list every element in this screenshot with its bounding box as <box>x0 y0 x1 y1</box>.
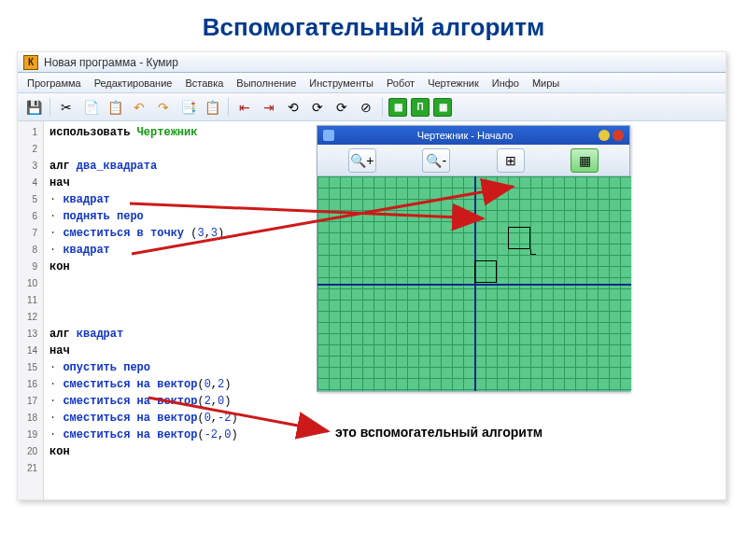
doc1-icon[interactable]: 📑 <box>177 97 198 118</box>
titlebar: К Новая программа - Кумир <box>18 52 726 73</box>
code-line[interactable]: · сместиться на вектор(0,2) <box>49 376 292 393</box>
step-in-icon[interactable]: ⇤ <box>234 97 255 118</box>
window-title: Новая программа - Кумир <box>44 56 178 69</box>
menu-run[interactable]: Выполнение <box>231 75 302 91</box>
square-2 <box>508 227 530 249</box>
work-area: 123456789101112131415161718192021 исполь… <box>18 121 726 499</box>
line-number: 10 <box>18 275 43 292</box>
code-line[interactable] <box>49 141 292 158</box>
close-icon[interactable] <box>613 130 624 141</box>
code-line[interactable]: · сместиться на вектор(0,-2) <box>49 410 292 427</box>
paste-icon[interactable]: 📋 <box>105 97 125 118</box>
redo-icon[interactable]: ↷ <box>153 97 174 118</box>
panel-title: Чертежник - Начало <box>334 130 596 141</box>
code-line[interactable]: использовать Чертежник <box>49 124 292 141</box>
line-number: 2 <box>18 141 43 158</box>
menu-robot[interactable]: Робот <box>381 75 420 91</box>
copy-icon[interactable]: 📄 <box>80 97 101 118</box>
line-number: 7 <box>18 225 43 242</box>
line-number: 4 <box>18 175 43 191</box>
menu-worlds[interactable]: Миры <box>527 75 565 91</box>
code-line[interactable]: · сместиться на вектор(-2,0) <box>49 427 292 443</box>
code-line[interactable]: алг квадрат <box>49 326 292 343</box>
panel-titlebar: Чертежник - Начало <box>317 126 629 145</box>
line-number: 3 <box>18 158 43 175</box>
code-line[interactable]: · сместиться на вектор(2,0) <box>49 393 292 410</box>
line-number: 13 <box>18 326 43 343</box>
code-line[interactable]: нач <box>49 175 292 191</box>
code-line[interactable] <box>49 292 292 309</box>
line-number: 17 <box>18 393 43 410</box>
line-number: 14 <box>18 343 43 359</box>
code-line[interactable]: · квадрат <box>49 191 292 208</box>
line-number: 18 <box>18 410 43 427</box>
line-number: 15 <box>18 359 43 376</box>
code-line[interactable] <box>49 275 292 292</box>
menu-edit[interactable]: Редактирование <box>89 75 178 91</box>
menubar: Программа Редактирование Вставка Выполне… <box>18 73 726 93</box>
menu-tools[interactable]: Инструменты <box>303 75 379 91</box>
grid1-icon[interactable]: ▦ <box>388 98 407 117</box>
panel-toolbar: 🔍+ 🔍- ⊞ ▦ <box>317 145 629 176</box>
y-axis <box>474 176 476 391</box>
code-editor[interactable]: использовать Чертежникалг два_квадратана… <box>44 121 296 499</box>
code-line[interactable] <box>49 460 292 477</box>
stop-icon[interactable]: ⊘ <box>356 97 376 118</box>
code-line[interactable]: · квадрат <box>49 242 292 259</box>
panel-menu-icon[interactable] <box>323 130 334 141</box>
step-out-icon[interactable]: ⇥ <box>259 97 279 118</box>
line-gutter: 123456789101112131415161718192021 <box>18 121 44 499</box>
menu-insert[interactable]: Вставка <box>179 75 229 91</box>
annotation-text: это вспомогательный алгоритм <box>335 425 543 440</box>
line-number: 19 <box>18 427 43 443</box>
doc2-icon[interactable]: 📋 <box>202 97 222 118</box>
grid3-icon[interactable]: ▦ <box>433 98 452 117</box>
grid2-icon[interactable]: П <box>411 98 430 117</box>
line-number: 1 <box>18 124 43 141</box>
cut-icon[interactable]: ✂ <box>56 97 77 118</box>
line-number: 9 <box>18 259 43 275</box>
toolbar: 💾 ✂ 📄 📋 ↶ ↷ 📑 📋 ⇤ ⇥ ⟲ ⟳ ⟳ ⊘ ▦ П ▦ <box>18 93 726 121</box>
code-line[interactable]: алг два_квадрата <box>49 158 292 175</box>
run3-icon[interactable]: ⟳ <box>331 97 352 118</box>
line-number: 21 <box>18 460 43 477</box>
code-line[interactable]: кон <box>49 443 292 460</box>
code-line[interactable]: кон <box>49 259 292 275</box>
pen-marker <box>530 249 536 255</box>
code-line[interactable]: · сместиться в точку (3,3) <box>49 225 292 242</box>
square-1 <box>474 260 497 283</box>
line-number: 16 <box>18 376 43 393</box>
app-icon: К <box>23 55 38 70</box>
code-line[interactable] <box>49 309 292 326</box>
drawer-panel: Чертежник - Начало 🔍+ 🔍- ⊞ ▦ <box>317 125 630 392</box>
fit-icon[interactable]: ▦ <box>571 148 599 173</box>
menu-drawer[interactable]: Чертежник <box>422 75 485 91</box>
line-number: 20 <box>18 443 43 460</box>
code-line[interactable]: нач <box>49 343 292 359</box>
line-number: 5 <box>18 191 43 208</box>
menu-info[interactable]: Инфо <box>486 75 525 91</box>
zoom-in-icon[interactable]: 🔍+ <box>348 148 376 173</box>
menu-program[interactable]: Программа <box>21 75 87 91</box>
line-number: 12 <box>18 309 43 326</box>
line-number: 8 <box>18 242 43 259</box>
drawing-canvas[interactable] <box>317 176 631 391</box>
grid-icon[interactable]: ⊞ <box>497 148 525 173</box>
line-number: 11 <box>18 292 43 309</box>
undo-icon[interactable]: ↶ <box>129 97 149 118</box>
save-icon[interactable]: 💾 <box>23 97 44 118</box>
line-number: 6 <box>18 208 43 225</box>
run1-icon[interactable]: ⟲ <box>283 97 303 118</box>
code-line[interactable]: · поднять перо <box>49 208 292 225</box>
minimize-icon[interactable] <box>599 130 610 141</box>
drawer-panel-wrap: Чертежник - Начало 🔍+ 🔍- ⊞ ▦ <box>317 125 630 392</box>
slide-title: Вспомогательный алгоритм <box>0 0 747 51</box>
app-window: К Новая программа - Кумир Программа Реда… <box>17 51 726 500</box>
code-line[interactable]: · опустить перо <box>49 359 292 376</box>
zoom-out-icon[interactable]: 🔍- <box>422 148 450 173</box>
run2-icon[interactable]: ⟳ <box>307 97 328 118</box>
